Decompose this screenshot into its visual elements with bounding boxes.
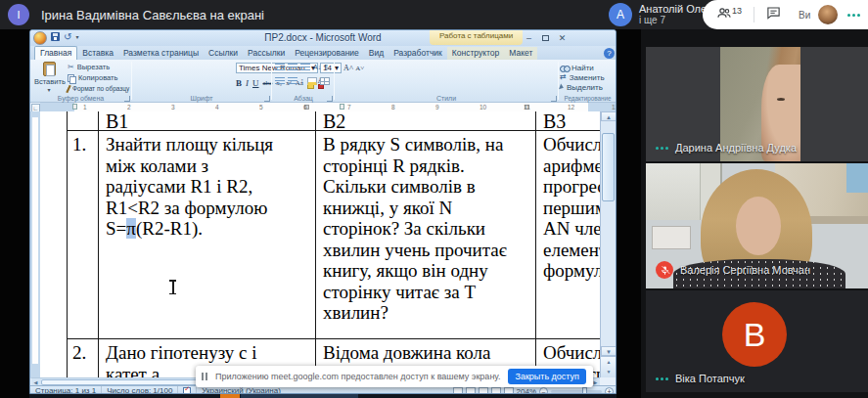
mic-muted-icon: [656, 261, 673, 279]
underline-button[interactable]: U: [252, 78, 259, 89]
fullscreen-view-button[interactable]: [466, 387, 476, 394]
document-page[interactable]: В1В2В31.Знайти площу кільцяміж колами зр…: [40, 111, 600, 377]
indent-marker[interactable]: [340, 104, 344, 110]
screen-share-stage: ↺ ▾ ПР2.docx - Microsoft Word Работа с т…: [0, 29, 641, 398]
sort-button[interactable]: А↓: [313, 64, 321, 71]
spellcheck-book-icon: [183, 387, 191, 394]
bold-button[interactable]: B: [236, 78, 242, 89]
self-avatar[interactable]: [818, 5, 838, 24]
replace-button[interactable]: ⇄Заменить: [560, 72, 616, 82]
help-button[interactable]: ?: [604, 48, 615, 59]
line-spacing-button[interactable]: ↕: [300, 77, 304, 85]
binoculars-icon: [560, 65, 569, 71]
tab-3[interactable]: Разметка страницы: [118, 47, 204, 60]
paste-icon: [43, 62, 56, 76]
vertical-scrollbar[interactable]: ▲ ▼ ▲▼: [600, 111, 616, 377]
ruler-number: 3: [171, 104, 175, 111]
select-button[interactable]: Выделить: [560, 82, 616, 92]
ruler-number: 7: [347, 104, 351, 111]
styles-group: AaBbCc1 Без интер..AaBbCcIЗаголовок 7AaB…: [335, 60, 558, 103]
tab-8[interactable]: Разработчик: [388, 47, 447, 60]
tab-6[interactable]: Рецензирование: [290, 47, 364, 60]
tab-9[interactable]: Конструктор: [447, 47, 504, 60]
copy-button[interactable]: Копировать: [68, 72, 128, 83]
print-layout-view-button[interactable]: [453, 387, 463, 394]
participant-tile[interactable]: В Віка Потапчук: [646, 290, 868, 392]
you-label: Ви: [799, 10, 810, 21]
spellcheck-button[interactable]: [178, 387, 197, 394]
tile-options-button[interactable]: [656, 377, 668, 380]
close-button[interactable]: ✕: [554, 31, 571, 44]
more-options-button[interactable]: [847, 14, 860, 17]
participant-count: 13: [732, 6, 742, 16]
table-cell: В1: [99, 111, 316, 130]
tile-options-button[interactable]: [656, 147, 668, 150]
participants-button[interactable]: 13: [716, 6, 742, 23]
table-cell: Знайти площу кільцяміж колами зрадіусами…: [99, 131, 316, 338]
ruler-number: 11: [524, 104, 530, 111]
outline-view-button[interactable]: [491, 387, 501, 394]
show-marks-button[interactable]: ¶: [324, 64, 328, 71]
page-indicator[interactable]: Страница: 1 из 1: [30, 386, 102, 394]
horizontal-ruler[interactable]: 12345678910111213: [40, 103, 616, 111]
vertical-ruler[interactable]: [30, 111, 40, 378]
dialog-launcher[interactable]: [551, 96, 557, 102]
browse-buttons[interactable]: ▲▼: [601, 356, 617, 377]
bullets-button[interactable]: [275, 64, 285, 71]
word-count[interactable]: Число слов: 1/100: [102, 386, 178, 394]
shading-button[interactable]: [307, 77, 317, 85]
decrease-indent-button[interactable]: [300, 64, 310, 71]
scroll-up-arrow[interactable]: ▲: [601, 111, 617, 121]
maximize-button[interactable]: [537, 31, 554, 44]
participant-tile[interactable]: Валерія Сергіївна Мовчан: [646, 163, 868, 288]
chat-button[interactable]: [766, 6, 781, 23]
tab-7[interactable]: Вид: [364, 47, 388, 60]
draft-view-button[interactable]: [504, 387, 514, 394]
language-indicator[interactable]: Украинский (Украина): [197, 386, 285, 394]
participant-avatar: В: [722, 302, 787, 367]
table-row: 1.Знайти площу кільцяміж колами зрадіуса…: [67, 131, 600, 339]
presenter-avatar: І: [8, 4, 29, 25]
dialog-launcher[interactable]: [264, 96, 270, 102]
tab-4[interactable]: Ссылки: [204, 47, 243, 60]
brush-icon: [66, 84, 70, 92]
word-window: ↺ ▾ ПР2.docx - Microsoft Word Работа с т…: [29, 29, 617, 394]
italic-button[interactable]: I: [246, 78, 249, 89]
cursor-arrow-icon: [559, 83, 565, 90]
zoom-slider[interactable]: [551, 390, 602, 393]
participant-tile[interactable]: Дарина Андріївна Дудка: [646, 47, 868, 161]
stop-sharing-button[interactable]: Закрыть доступ: [508, 369, 586, 384]
zoom-level[interactable]: 204%: [517, 387, 536, 395]
borders-button[interactable]: [320, 77, 330, 85]
ruler-number: 2: [127, 104, 131, 111]
find-button[interactable]: Найти: [560, 63, 616, 72]
paste-button[interactable]: Вставить ▾: [34, 62, 64, 93]
participant-name: Валерія Сергіївна Мовчан: [680, 264, 810, 276]
indent-marker[interactable]: [72, 104, 77, 110]
dialog-launcher[interactable]: [124, 96, 130, 102]
format-painter-button[interactable]: Формат по образцу: [68, 83, 128, 94]
table-cell: В2: [316, 111, 536, 130]
scrollbar-thumb[interactable]: [602, 133, 615, 201]
dialog-launcher[interactable]: [327, 96, 333, 102]
tab-2[interactable]: Вставка: [77, 47, 118, 60]
web-view-button[interactable]: [479, 387, 488, 394]
ruler-number: 6: [303, 104, 307, 111]
ruler-number: 4: [215, 104, 219, 111]
cut-button[interactable]: ✂Вырезать: [68, 62, 128, 72]
tab-10[interactable]: Макет: [504, 47, 537, 60]
ribbon-tabs: ГлавнаяВставкаРазметка страницыСсылкиРас…: [30, 46, 616, 60]
align-left-button[interactable]: [275, 77, 285, 85]
tab-1[interactable]: Главная: [34, 46, 77, 60]
zoom-in-button[interactable]: +: [605, 387, 614, 395]
scroll-down-arrow[interactable]: ▼: [601, 346, 617, 356]
zoom-out-button[interactable]: –: [539, 387, 548, 395]
divider: [754, 7, 754, 22]
align-center-button[interactable]: [288, 77, 297, 85]
minimize-button[interactable]: –: [521, 31, 537, 44]
tab-5[interactable]: Рассылки: [243, 47, 290, 60]
numbering-button[interactable]: [288, 64, 297, 71]
zoom-slider-thumb[interactable]: [582, 387, 587, 395]
text-cursor-pointer: [168, 280, 177, 294]
editing-group: Найти ⇄Заменить Выделить Редактирование: [560, 60, 616, 103]
